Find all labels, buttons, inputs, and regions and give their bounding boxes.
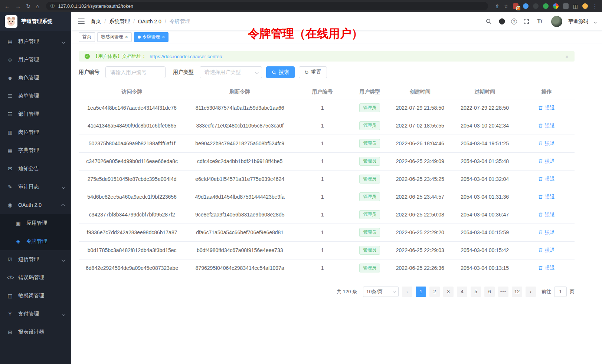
created-time-cell: 2022-06-25 22:50:08 (389, 206, 451, 224)
sidebar-item-dept[interactable]: ☷部门管理 (0, 105, 71, 123)
sidebar-item-role[interactable]: ☻角色管理 (0, 69, 71, 87)
force-logout-button[interactable]: 强退 (538, 140, 554, 147)
sidebar-item-error-code[interactable]: </>错误码管理 (0, 268, 71, 287)
browser-home-icon[interactable]: ⌂ (36, 3, 39, 9)
breadcrumb-item[interactable]: 首页 (91, 18, 101, 25)
breadcrumb-separator: / (101, 19, 109, 24)
user-id-input[interactable] (105, 66, 166, 78)
github-icon[interactable] (498, 17, 506, 26)
pagination-page-2[interactable]: 2 (429, 287, 440, 297)
force-logout-label: 强退 (544, 265, 554, 271)
sidebar-item-notice[interactable]: ✉通知公告 (0, 159, 71, 178)
extension-icon-dark[interactable] (533, 3, 539, 9)
refresh-token-cell: 49d1aa46d1454fbd87591444423be9fa (185, 188, 294, 206)
browser-profile-avatar[interactable] (582, 3, 588, 9)
extension-icon-green[interactable] (543, 3, 549, 9)
sidebar-item-post[interactable]: ▥岗位管理 (0, 123, 71, 141)
force-logout-button[interactable]: 强退 (538, 122, 554, 129)
bookmark-star-icon[interactable]: ☆ (504, 4, 508, 9)
pagination-page-4[interactable]: 4 (457, 287, 467, 297)
sidebar-item-dict[interactable]: ▦字典管理 (0, 141, 71, 159)
share-icon[interactable]: ⇧ (495, 4, 499, 9)
pagination-prev-button[interactable]: ‹ (402, 287, 412, 297)
created-time-cell: 2022-06-25 22:26:36 (389, 259, 451, 277)
pagination-page-1[interactable]: 1 (416, 287, 426, 297)
doc-link[interactable]: https://doc.iocoder.cn/user-center/ (150, 54, 222, 59)
sidebar-item-report-designer[interactable]: ⊞报表设计器 (0, 323, 71, 341)
pagination-page-6[interactable]: 6 (484, 287, 495, 297)
tag-close-icon[interactable]: × (162, 34, 165, 39)
force-logout-button[interactable]: 强退 (538, 265, 554, 271)
browser-refresh-icon[interactable]: ↻ (26, 3, 31, 9)
pagination-page-3[interactable]: 3 (443, 287, 454, 297)
sidebar-item-menu[interactable]: ☰菜单管理 (0, 87, 71, 105)
page-size-select[interactable]: 10条/页 (363, 287, 399, 297)
split-view-icon[interactable]: ◫ (573, 4, 578, 9)
tag-令牌管理[interactable]: 令牌管理× (134, 32, 169, 42)
user-menu-caret-icon[interactable] (594, 18, 596, 25)
browser-back-icon[interactable]: ← (4, 3, 10, 9)
user-type-cell: 管理员 (350, 241, 389, 259)
tag-首页[interactable]: 首页 (79, 32, 95, 42)
pagination-page-12[interactable]: 12 (512, 287, 522, 297)
sidebar-item-payment[interactable]: ¥支付管理 (0, 305, 71, 323)
table-row: 41c41346a548490f9dc8b01c6bfe0865333ecfc7… (79, 117, 575, 135)
sidebar-item-label: OAuth 2.0 (18, 202, 59, 208)
tag-敏感词管理[interactable]: 敏感词管理× (97, 32, 132, 42)
app-logo[interactable]: 芋道管理系统 (0, 12, 71, 31)
force-logout-button[interactable]: 强退 (538, 193, 554, 200)
user-type-select[interactable]: 请选择用户类型 (200, 66, 262, 78)
breadcrumb-item[interactable]: 系统管理 (109, 18, 130, 25)
force-logout-button[interactable]: 强退 (538, 211, 554, 218)
sidebar-item-sms[interactable]: ☑短信管理 (0, 250, 71, 268)
sidebar-item-label: 菜单管理 (18, 93, 65, 99)
browser-menu-icon[interactable]: ⋮ (592, 4, 598, 9)
extensions-puzzle-icon[interactable] (563, 3, 569, 9)
sidebar-item-tenant[interactable]: ▤租户管理 (0, 32, 71, 50)
breadcrumb-item[interactable]: OAuth 2.0 (138, 19, 161, 24)
sidebar-item-user[interactable]: ☺用户管理 (0, 50, 71, 69)
alert-close-icon[interactable]: × (565, 54, 569, 59)
extension-icon-grid[interactable]: 6 (513, 3, 518, 9)
force-logout-button[interactable]: 强退 (538, 247, 554, 254)
pagination-page-5[interactable]: 5 (471, 287, 481, 297)
browser-forward-icon[interactable]: → (15, 3, 21, 9)
goto-label: 前往 (542, 288, 551, 295)
address-bar[interactable]: ⓘ 127.0.0.1:1024/system/oauth2/token (46, 2, 488, 10)
font-size-icon[interactable]: TT (536, 17, 544, 26)
notice-icon: ✉ (7, 166, 13, 172)
sidebar-collapse-icon[interactable] (78, 19, 85, 24)
force-logout-button[interactable]: 强退 (538, 176, 554, 182)
user-type-cell: 管理员 (350, 135, 389, 152)
help-icon[interactable]: ? (511, 19, 517, 24)
sidebar-item-app[interactable]: ▣应用管理 (0, 214, 71, 232)
pagination-more[interactable]: ••• (498, 287, 508, 297)
fullscreen-icon[interactable] (522, 17, 530, 26)
reset-button[interactable]: ↻ 重置 (299, 66, 327, 78)
goto-page-input[interactable] (554, 287, 567, 297)
role-icon: ☻ (7, 75, 13, 81)
user-type-cell: 管理员 (350, 170, 389, 188)
extension-icon-blue[interactable] (523, 3, 529, 9)
refresh-token-cell: dfa6c71a50a54c66bef706ef9e6e8d81 (185, 224, 294, 241)
tag-close-icon[interactable]: × (125, 34, 128, 39)
force-logout-button[interactable]: 强退 (538, 105, 554, 111)
user-id-cell: 1 (294, 135, 350, 152)
sidebar-item-token[interactable]: ◈令牌管理 (0, 232, 71, 250)
sidebar-item-sensitive-word[interactable]: ◫敏感词管理 (0, 287, 71, 305)
search-icon[interactable] (484, 17, 493, 26)
force-logout-button[interactable]: 强退 (538, 229, 554, 236)
pagination-next-button[interactable]: › (526, 287, 536, 297)
force-logout-button[interactable]: 强退 (538, 158, 554, 165)
sidebar-item-audit-log[interactable]: ✎审计日志 (0, 178, 71, 196)
active-tag-dot (138, 36, 141, 39)
username[interactable]: 芋道源码 (568, 18, 588, 25)
sidebar-item-oauth[interactable]: ◉OAuth 2.0 (0, 196, 71, 214)
site-info-icon[interactable]: ⓘ (50, 3, 55, 9)
extension-icon-color[interactable] (553, 3, 559, 9)
search-button[interactable]: 搜索 (266, 66, 295, 78)
user-avatar[interactable] (551, 16, 562, 27)
refresh-token-cell: cdfc4ce9c2da4bb1bdf21b9918ff4be5 (185, 152, 294, 170)
page-size-value: 10条/页 (366, 288, 383, 295)
force-logout-label: 强退 (544, 122, 554, 129)
